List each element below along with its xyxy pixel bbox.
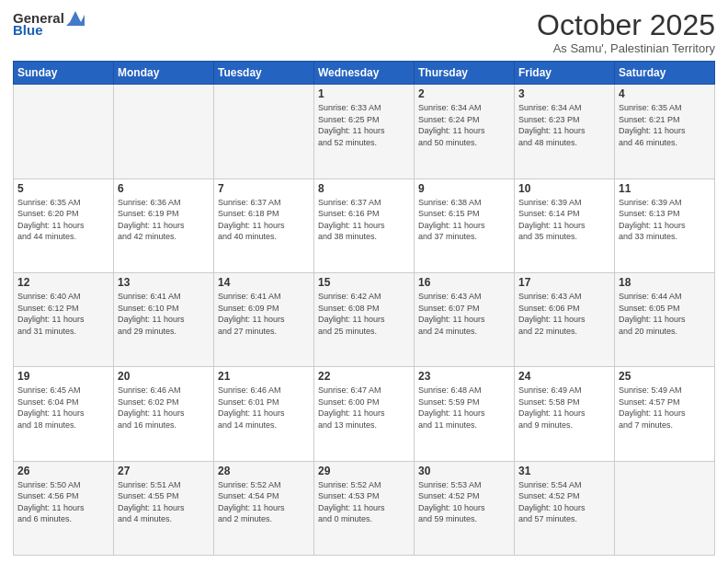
day-number: 2 [418, 87, 510, 100]
table-row: 18Sunrise: 6:44 AM Sunset: 6:05 PM Dayli… [615, 272, 715, 366]
table-row: 30Sunrise: 5:53 AM Sunset: 4:52 PM Dayli… [415, 461, 515, 555]
table-row: 25Sunrise: 5:49 AM Sunset: 4:57 PM Dayli… [615, 367, 715, 461]
table-row: 23Sunrise: 6:48 AM Sunset: 5:59 PM Dayli… [415, 367, 515, 461]
location: As Samu', Palestinian Territory [537, 41, 715, 55]
day-info: Sunrise: 5:49 AM Sunset: 4:57 PM Dayligh… [619, 385, 711, 431]
day-number: 10 [518, 182, 610, 195]
table-row: 6Sunrise: 6:36 AM Sunset: 6:19 PM Daylig… [114, 178, 214, 272]
col-tuesday: Tuesday [214, 62, 314, 85]
day-number: 21 [218, 370, 310, 383]
table-row: 31Sunrise: 5:54 AM Sunset: 4:52 PM Dayli… [515, 461, 615, 555]
day-info: Sunrise: 6:35 AM Sunset: 6:21 PM Dayligh… [619, 102, 711, 148]
calendar-week-row: 19Sunrise: 6:45 AM Sunset: 6:04 PM Dayli… [14, 367, 715, 461]
day-info: Sunrise: 5:50 AM Sunset: 4:56 PM Dayligh… [17, 479, 109, 525]
table-row [615, 461, 715, 555]
table-row [14, 85, 114, 178]
logo-blue: Blue [13, 22, 43, 38]
day-info: Sunrise: 6:36 AM Sunset: 6:19 PM Dayligh… [118, 197, 210, 243]
day-number: 11 [619, 182, 711, 195]
table-row: 4Sunrise: 6:35 AM Sunset: 6:21 PM Daylig… [615, 85, 715, 178]
svg-marker-0 [66, 11, 85, 26]
day-info: Sunrise: 5:52 AM Sunset: 4:53 PM Dayligh… [318, 479, 410, 525]
calendar-week-row: 1Sunrise: 6:33 AM Sunset: 6:25 PM Daylig… [14, 85, 715, 178]
day-number: 20 [118, 370, 210, 383]
day-number: 25 [619, 370, 711, 383]
day-number: 13 [118, 276, 210, 289]
logo: General Blue [13, 9, 85, 38]
day-info: Sunrise: 5:52 AM Sunset: 4:54 PM Dayligh… [218, 479, 310, 525]
day-info: Sunrise: 6:46 AM Sunset: 6:01 PM Dayligh… [218, 385, 310, 431]
day-number: 24 [518, 370, 610, 383]
day-number: 23 [418, 370, 510, 383]
table-row: 14Sunrise: 6:41 AM Sunset: 6:09 PM Dayli… [214, 272, 314, 366]
table-row: 5Sunrise: 6:35 AM Sunset: 6:20 PM Daylig… [14, 178, 114, 272]
col-thursday: Thursday [415, 62, 515, 85]
day-info: Sunrise: 6:43 AM Sunset: 6:06 PM Dayligh… [518, 291, 610, 337]
day-info: Sunrise: 6:37 AM Sunset: 6:18 PM Dayligh… [218, 197, 310, 243]
day-info: Sunrise: 6:41 AM Sunset: 6:10 PM Dayligh… [118, 291, 210, 337]
table-row: 7Sunrise: 6:37 AM Sunset: 6:18 PM Daylig… [214, 178, 314, 272]
table-row [214, 85, 314, 178]
day-number: 3 [518, 87, 610, 100]
day-info: Sunrise: 6:45 AM Sunset: 6:04 PM Dayligh… [17, 385, 109, 431]
day-number: 4 [619, 87, 711, 100]
day-number: 7 [218, 182, 310, 195]
table-row: 28Sunrise: 5:52 AM Sunset: 4:54 PM Dayli… [214, 461, 314, 555]
header: General Blue October 2025 As Samu', Pale… [13, 9, 715, 55]
day-number: 29 [318, 465, 410, 477]
day-number: 9 [418, 182, 510, 195]
day-number: 8 [318, 182, 410, 195]
calendar-week-row: 5Sunrise: 6:35 AM Sunset: 6:20 PM Daylig… [14, 178, 715, 272]
table-row: 3Sunrise: 6:34 AM Sunset: 6:23 PM Daylig… [515, 85, 615, 178]
day-number: 15 [318, 276, 410, 289]
table-row: 16Sunrise: 6:43 AM Sunset: 6:07 PM Dayli… [415, 272, 515, 366]
table-row: 19Sunrise: 6:45 AM Sunset: 6:04 PM Dayli… [14, 367, 114, 461]
calendar-week-row: 26Sunrise: 5:50 AM Sunset: 4:56 PM Dayli… [14, 461, 715, 555]
day-info: Sunrise: 6:49 AM Sunset: 5:58 PM Dayligh… [518, 385, 610, 431]
table-row [114, 85, 214, 178]
table-row: 8Sunrise: 6:37 AM Sunset: 6:16 PM Daylig… [314, 178, 415, 272]
day-number: 1 [318, 87, 410, 100]
table-row: 22Sunrise: 6:47 AM Sunset: 6:00 PM Dayli… [314, 367, 415, 461]
col-wednesday: Wednesday [314, 62, 415, 85]
day-number: 6 [118, 182, 210, 195]
day-info: Sunrise: 6:35 AM Sunset: 6:20 PM Dayligh… [17, 197, 109, 243]
day-info: Sunrise: 6:39 AM Sunset: 6:14 PM Dayligh… [518, 197, 610, 243]
day-number: 16 [418, 276, 510, 289]
table-row: 24Sunrise: 6:49 AM Sunset: 5:58 PM Dayli… [515, 367, 615, 461]
day-number: 17 [518, 276, 610, 289]
title-area: October 2025 As Samu', Palestinian Terri… [537, 9, 715, 55]
day-info: Sunrise: 6:44 AM Sunset: 6:05 PM Dayligh… [619, 291, 711, 337]
table-row: 17Sunrise: 6:43 AM Sunset: 6:06 PM Dayli… [515, 272, 615, 366]
day-info: Sunrise: 5:51 AM Sunset: 4:55 PM Dayligh… [118, 479, 210, 525]
table-row: 21Sunrise: 6:46 AM Sunset: 6:01 PM Dayli… [214, 367, 314, 461]
day-number: 30 [418, 465, 510, 477]
table-row: 1Sunrise: 6:33 AM Sunset: 6:25 PM Daylig… [314, 85, 415, 178]
day-number: 14 [218, 276, 310, 289]
day-number: 22 [318, 370, 410, 383]
day-number: 28 [218, 465, 310, 477]
table-row: 2Sunrise: 6:34 AM Sunset: 6:24 PM Daylig… [415, 85, 515, 178]
table-row: 29Sunrise: 5:52 AM Sunset: 4:53 PM Dayli… [314, 461, 415, 555]
day-info: Sunrise: 6:33 AM Sunset: 6:25 PM Dayligh… [318, 102, 410, 148]
day-info: Sunrise: 5:54 AM Sunset: 4:52 PM Dayligh… [518, 479, 610, 525]
col-friday: Friday [515, 62, 615, 85]
day-info: Sunrise: 6:47 AM Sunset: 6:00 PM Dayligh… [318, 385, 410, 431]
day-number: 18 [619, 276, 711, 289]
day-info: Sunrise: 5:53 AM Sunset: 4:52 PM Dayligh… [418, 479, 510, 525]
day-info: Sunrise: 6:42 AM Sunset: 6:08 PM Dayligh… [318, 291, 410, 337]
calendar-header-row: Sunday Monday Tuesday Wednesday Thursday… [14, 62, 715, 85]
calendar-table: Sunday Monday Tuesday Wednesday Thursday… [13, 61, 715, 556]
table-row: 12Sunrise: 6:40 AM Sunset: 6:12 PM Dayli… [14, 272, 114, 366]
table-row: 26Sunrise: 5:50 AM Sunset: 4:56 PM Dayli… [14, 461, 114, 555]
day-info: Sunrise: 6:34 AM Sunset: 6:23 PM Dayligh… [518, 102, 610, 148]
day-info: Sunrise: 6:38 AM Sunset: 6:15 PM Dayligh… [418, 197, 510, 243]
day-info: Sunrise: 6:39 AM Sunset: 6:13 PM Dayligh… [619, 197, 711, 243]
col-saturday: Saturday [615, 62, 715, 85]
col-sunday: Sunday [14, 62, 114, 85]
month-title: October 2025 [537, 9, 715, 41]
day-number: 31 [518, 465, 610, 477]
table-row: 15Sunrise: 6:42 AM Sunset: 6:08 PM Dayli… [314, 272, 415, 366]
day-info: Sunrise: 6:34 AM Sunset: 6:24 PM Dayligh… [418, 102, 510, 148]
table-row: 20Sunrise: 6:46 AM Sunset: 6:02 PM Dayli… [114, 367, 214, 461]
